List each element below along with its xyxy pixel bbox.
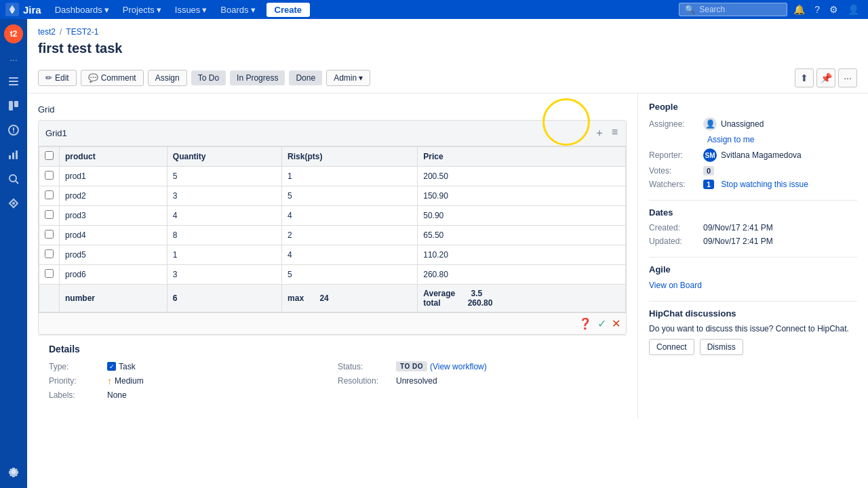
pin-button[interactable]: 📌 [816, 68, 835, 87]
more-button[interactable]: ··· [838, 68, 857, 87]
in-progress-button[interactable]: In Progress [230, 70, 285, 85]
sidebar-menu-icon[interactable]: ··· [7, 52, 20, 68]
svg-rect-4 [9, 101, 13, 110]
cell-risk: 5 [282, 265, 418, 285]
check-grid-icon[interactable]: ✓ [597, 317, 606, 330]
assign-to-me-link[interactable]: Assign to me [707, 135, 754, 144]
edit-button[interactable]: ✏ Edit [38, 70, 77, 86]
cell-product: prod3 [60, 206, 167, 226]
footer-avg-total: Average 3.5 total 260.80 [418, 285, 626, 312]
sidebar-item-backlog[interactable] [3, 70, 24, 92]
nav-projects[interactable]: Projects ▾ [117, 2, 167, 18]
agile-section: Agile View on Board [649, 264, 857, 290]
action-bar: ✏ Edit 💬 Comment Assign To Do In Progres… [27, 63, 868, 94]
sidebar-item-issues[interactable] [3, 119, 24, 141]
people-title: People [649, 102, 857, 112]
view-on-board-link[interactable]: View on Board [649, 281, 702, 290]
col-product: product [60, 147, 167, 167]
assign-button[interactable]: Assign [148, 70, 187, 86]
project-avatar[interactable]: t2 [4, 24, 23, 43]
notifications-icon[interactable]: 🔔 [790, 2, 808, 17]
cell-product: prod1 [60, 167, 167, 186]
cell-quantity: 3 [167, 186, 281, 206]
menu-icon[interactable]: ≡ [610, 125, 619, 142]
task-type-icon: ✓ [107, 362, 116, 371]
assignee-row: Assignee: 👤 Unassigned [649, 117, 857, 131]
dismiss-button[interactable]: Dismiss [700, 339, 743, 355]
breadcrumb: test2 / TEST2-1 [38, 27, 857, 37]
cell-quantity: 1 [167, 245, 281, 265]
cell-risk: 5 [282, 186, 418, 206]
table-row: prod5 1 4 110.20 [39, 245, 626, 265]
sidebar-item-releases[interactable] [3, 192, 24, 214]
edit-icon: ✏ [45, 73, 52, 83]
create-button[interactable]: Create [267, 3, 310, 17]
todo-button[interactable]: To Do [191, 70, 226, 85]
select-all-checkbox[interactable] [45, 151, 54, 160]
watchers-badge: 1 [703, 180, 714, 189]
share-button[interactable]: ⬆ [795, 68, 814, 87]
col-quantity: Quantity [167, 147, 281, 167]
settings-icon[interactable]: ⚙ [826, 2, 842, 17]
col-checkbox [39, 147, 60, 167]
row-checkbox[interactable] [45, 269, 54, 278]
reporter-avatar: SM [703, 148, 717, 162]
row-checkbox[interactable] [45, 249, 54, 258]
row-checkbox[interactable] [45, 171, 54, 180]
grid-title: Grid1 [45, 128, 67, 138]
comment-button[interactable]: 💬 Comment [81, 70, 144, 86]
table-row: prod1 5 1 200.50 [39, 167, 626, 186]
admin-button[interactable]: Admin ▾ [326, 70, 370, 86]
sidebar-item-search[interactable] [3, 168, 24, 190]
cell-price: 50.90 [418, 206, 626, 226]
cell-price: 260.80 [418, 265, 626, 285]
hipchat-message: Do you want to discuss this issue? Conne… [649, 324, 857, 333]
close-grid-icon[interactable]: ✕ [612, 317, 620, 330]
add-row-icon[interactable]: ＋ [593, 125, 606, 142]
sidebar-item-board[interactable] [3, 95, 24, 117]
row-checkbox[interactable] [45, 230, 54, 239]
cell-quantity: 5 [167, 167, 281, 186]
sidebar-item-settings[interactable] [3, 461, 24, 483]
grid-container: Grid1 ＋ ≡ product [38, 120, 627, 335]
grid-section: Grid Grid1 ＋ ≡ [27, 94, 637, 419]
admin-chevron-icon: ▾ [359, 73, 363, 83]
nav-boards[interactable]: Boards ▾ [215, 2, 260, 18]
search-icon: 🔍 [685, 5, 695, 14]
cell-price: 200.50 [418, 167, 626, 186]
svg-rect-11 [16, 150, 18, 159]
view-workflow-link[interactable]: (View workflow) [430, 362, 487, 371]
hipchat-section: HipChat discussions Do you want to discu… [649, 308, 857, 355]
detail-resolution: Resolution: Unresolved [338, 375, 616, 386]
nav-issues[interactable]: Issues ▾ [170, 2, 213, 18]
nav-icons: 🔔 ? ⚙ 👤 [790, 2, 863, 17]
cell-product: prod4 [60, 226, 167, 245]
row-checkbox[interactable] [45, 210, 54, 219]
sidebar-item-reports[interactable] [3, 144, 24, 165]
issue-title: first test task [38, 41, 857, 56]
row-checkbox[interactable] [45, 190, 54, 199]
updated-row: Updated: 09/Nov/17 2:41 PM [649, 237, 857, 246]
help-grid-icon[interactable]: ❓ [578, 317, 592, 330]
hipchat-title: HipChat discussions [649, 308, 857, 319]
user-avatar[interactable]: 👤 [844, 2, 863, 17]
breadcrumb-issue-id[interactable]: TEST2-1 [66, 27, 98, 37]
help-icon[interactable]: ? [811, 2, 823, 17]
stop-watching-link[interactable]: Stop watching this issue [721, 180, 808, 189]
cell-risk: 4 [282, 206, 418, 226]
breadcrumb-project[interactable]: test2 [38, 27, 56, 37]
search-input[interactable] [699, 5, 781, 14]
col-risk: Risk(pts) [282, 147, 418, 167]
cell-risk: 1 [282, 167, 418, 186]
nav-dashboards[interactable]: Dashboards ▾ [50, 2, 115, 18]
right-panel: People Assignee: 👤 Unassigned Assign to … [637, 94, 868, 419]
issue-header: test2 / TEST2-1 first test task [27, 19, 868, 56]
app-logo[interactable]: Jira [5, 3, 41, 16]
reporter-row: Reporter: SM Svitlana Magamedova [649, 148, 857, 162]
votes-badge: 0 [703, 166, 714, 176]
connect-button[interactable]: Connect [649, 339, 694, 355]
table-row: prod3 4 4 50.90 [39, 206, 626, 226]
watchers-row: Watchers: 1 Stop watching this issue [649, 180, 857, 189]
done-button[interactable]: Done [289, 70, 322, 85]
search-bar[interactable]: 🔍 [679, 3, 787, 16]
